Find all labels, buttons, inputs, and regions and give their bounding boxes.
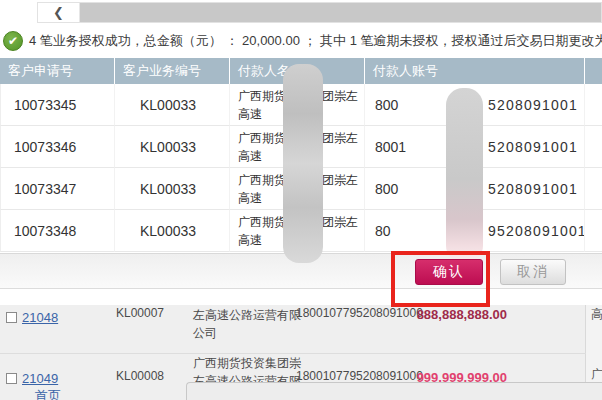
biz-no-cell: KL00033 <box>115 126 230 168</box>
biz-no-cell: KL00033 <box>115 84 230 126</box>
app-no-cell: 10073346 <box>0 126 115 168</box>
chevron-left-icon: ❮ <box>53 5 64 20</box>
biz-no-cell: KL00033 <box>115 168 230 210</box>
app-no-cell: 10073347 <box>0 168 115 210</box>
scroll-left-button[interactable]: ❮ <box>38 3 79 22</box>
col-header-extra <box>585 58 602 84</box>
success-check-icon: ✔ <box>3 31 23 51</box>
footer-divider <box>0 288 602 289</box>
business-no: KL00008 <box>116 369 164 383</box>
amount: 888,888,888.00 <box>395 307 507 322</box>
bottom-popup-panel <box>186 382 602 400</box>
app-no-cell: 10073348 <box>0 210 115 252</box>
screen: 21048 KL00007 左高速公路运营有限 公司 1800107795208… <box>0 0 602 400</box>
row-checkbox[interactable] <box>6 373 17 384</box>
col-header-payer-account: 付款人账号 <box>365 58 585 84</box>
payer-name-line: 公司 <box>193 324 217 342</box>
account-suffix: 95208091001 <box>488 210 585 252</box>
row-checkbox[interactable] <box>6 312 17 323</box>
home-page-link[interactable]: 首页 <box>35 387 61 400</box>
cancel-button[interactable]: 取消 <box>500 259 566 285</box>
account-suffix: 5208091001 <box>488 126 578 168</box>
extra-cell <box>585 210 602 252</box>
business-no: KL00007 <box>116 306 164 320</box>
account-suffix: 5208091001 <box>488 168 578 210</box>
application-id-link[interactable]: 21049 <box>22 371 58 386</box>
account-prefix: 80 <box>375 223 391 239</box>
horizontal-scrollbar[interactable]: ❮ <box>37 2 602 23</box>
clipped-cell-text: 广 <box>591 366 602 383</box>
extra-cell <box>585 84 602 126</box>
scrollbar-thumb[interactable] <box>79 3 601 22</box>
app-no-cell: 10073345 <box>0 84 115 126</box>
clipped-cell-text: 高 <box>591 306 602 323</box>
red-highlight-annotation <box>391 251 490 307</box>
payer-name-line: 左高速公路运营有限 <box>193 306 301 324</box>
payer-name-line: 广西期货投资集团崇 <box>193 354 301 372</box>
extra-cell <box>585 168 602 210</box>
col-header-biz-no: 客户业务编号 <box>115 58 230 84</box>
account-prefix: 8001 <box>375 139 406 155</box>
application-id-link[interactable]: 21048 <box>22 310 58 325</box>
biz-no-cell: KL00033 <box>115 210 230 252</box>
result-message-text: 4 笔业务授权成功，总金额（元） ： 20,000.00 ； 其中 1 笔逾期未… <box>29 32 602 50</box>
censor-blur-payer-name <box>283 64 323 263</box>
censor-blur-account <box>446 88 483 263</box>
account-prefix: 800 <box>375 97 398 113</box>
extra-cell <box>585 126 602 168</box>
result-message-row: ✔ 4 笔业务授权成功，总金额（元） ： 20,000.00 ； 其中 1 笔逾… <box>3 31 602 51</box>
background-table-area: 21048 KL00007 左高速公路运营有限 公司 1800107795208… <box>0 305 602 400</box>
account-prefix: 800 <box>375 181 398 197</box>
account-suffix: 5208091001 <box>488 84 578 126</box>
col-header-app-no: 客户申请号 <box>0 58 115 84</box>
